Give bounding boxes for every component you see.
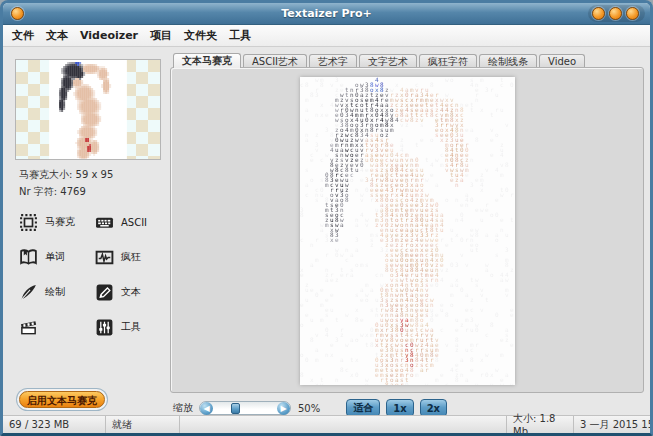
datetime-status: 3 一月 2015 15:30 [574, 416, 650, 433]
app-window: Textaizer Pro+ 文件 文本 Videoizer 项目 文件夹 工具… [0, 0, 653, 436]
menu-folder[interactable]: 文件夹 [178, 26, 223, 45]
tab-video[interactable]: Video [539, 54, 585, 68]
tool-crazy[interactable]: 疯狂 [95, 247, 165, 267]
window-title: Textaizer Pro+ [3, 7, 650, 20]
title-bar: Textaizer Pro+ [3, 3, 650, 25]
menu-file[interactable]: 文件 [6, 26, 40, 45]
memory-status: 69 / 323 MB [3, 416, 106, 433]
tab-draw-lines[interactable]: 绘制线条 [479, 54, 537, 68]
waveform-icon [95, 248, 114, 267]
tab-strip: 文本马赛克 ASCII艺术 艺术字 文字艺术 疯狂字符 绘制线条 Video [173, 53, 587, 68]
apply-text-mosaic-button[interactable]: 启用文本马赛克 [19, 391, 105, 408]
mosaic-preview [300, 77, 515, 385]
file-size-status: 大小: 1.8 Mb [507, 416, 574, 433]
tool-settings[interactable]: 工具 [95, 317, 165, 337]
tool-video[interactable] [19, 317, 95, 337]
book-icon [19, 248, 38, 267]
tool-label: 疯狂 [121, 250, 141, 264]
tool-text[interactable]: 文本 [95, 282, 165, 302]
status-bar: 69 / 323 MB 就绪 大小: 1.8 Mb 3 一月 2015 15:3… [3, 415, 650, 433]
tab-crazy-chars[interactable]: 疯狂字符 [419, 54, 477, 68]
tool-label: 绘制 [45, 285, 65, 299]
tool-words[interactable]: 单词 [19, 247, 95, 267]
zoom-in-arrow[interactable]: ▶ [277, 402, 290, 415]
tool-list: 马赛克 ASCII 单词 疯狂 绘制 文本 [19, 212, 165, 337]
tool-label: 马赛克 [45, 215, 75, 229]
window-controls [588, 5, 645, 22]
tool-label: 工具 [121, 320, 141, 334]
close-button[interactable] [626, 7, 639, 20]
tab-word-art[interactable]: 艺术字 [309, 54, 357, 68]
feather-icon [19, 283, 38, 302]
stamp-icon [19, 213, 38, 232]
tool-mosaic[interactable]: 马赛克 [19, 212, 95, 232]
tool-ascii[interactable]: ASCII [95, 212, 165, 232]
keyboard-icon [95, 213, 114, 232]
menu-project[interactable]: 项目 [144, 26, 178, 45]
preview-panel [170, 67, 644, 393]
menu-tools[interactable]: 工具 [223, 26, 257, 45]
menu-bar: 文件 文本 Videoizer 项目 文件夹 工具 [3, 25, 650, 47]
zoom-out-arrow[interactable]: ◀ [200, 402, 213, 415]
char-count-label: Nr 字符: 4769 [19, 185, 86, 199]
tool-label: ASCII [121, 217, 147, 228]
zoom-slider-thumb[interactable] [231, 403, 240, 414]
zoom-slider[interactable]: ◀ ▶ [199, 401, 291, 415]
mosaic-canvas [300, 77, 515, 385]
work-area: 马赛克大小: 59 x 95 Nr 字符: 4769 马赛克 ASCII 单词 … [3, 47, 650, 417]
ready-status: 就绪 [106, 416, 180, 433]
source-image-preview [15, 59, 161, 160]
mosaic-size-label: 马赛克大小: 59 x 95 [19, 168, 113, 182]
tool-draw[interactable]: 绘制 [19, 282, 95, 302]
zoom-label: 缩放 [173, 401, 193, 415]
tool-label: 文本 [121, 285, 141, 299]
tool-label: 单词 [45, 250, 65, 264]
menu-videoizer[interactable]: Videoizer [74, 27, 144, 44]
pencil-icon [95, 283, 114, 302]
source-image-canvas [16, 60, 160, 159]
zoom-value: 50% [298, 403, 320, 414]
maximize-button[interactable] [609, 7, 622, 20]
tab-ascii-art[interactable]: ASCII艺术 [243, 54, 307, 68]
clapperboard-icon [19, 318, 38, 337]
minimize-button[interactable] [592, 7, 605, 20]
sliders-icon [95, 318, 114, 337]
menu-text[interactable]: 文本 [40, 26, 74, 45]
status-spacer [180, 416, 507, 433]
tab-text-mosaic[interactable]: 文本马赛克 [173, 53, 241, 68]
tab-text-art[interactable]: 文字艺术 [359, 54, 417, 68]
